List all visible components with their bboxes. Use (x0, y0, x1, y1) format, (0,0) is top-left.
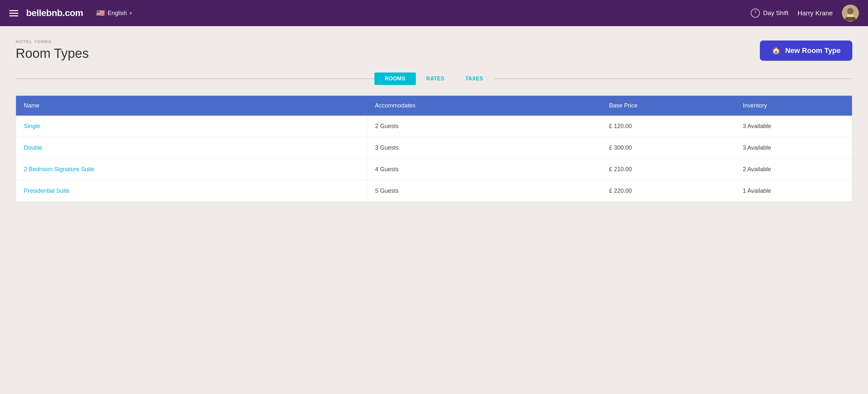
room-accommodates: 4 Guests (367, 159, 601, 180)
hamburger-menu[interactable] (9, 10, 18, 16)
app-logo: bellebnb.com (26, 8, 83, 18)
page-title-area: HOTEL YORBA Room Types (16, 39, 89, 61)
room-type-name[interactable]: 2 Bedroom Signature Suite (16, 159, 367, 180)
room-base-price: £ 120.00 (601, 116, 735, 137)
table-row: Double 3 Guests £ 300.00 3 Available (16, 137, 852, 159)
room-accommodates: 2 Guests (367, 116, 601, 137)
main-content: HOTEL YORBA Room Types 🏠 New Room Type R… (0, 26, 868, 215)
language-selector[interactable]: 🇺🇸 English ▾ (96, 9, 132, 17)
room-base-price: £ 300.00 (601, 137, 735, 159)
tabs-group: ROOMS RATES TAXES (374, 72, 494, 85)
home-icon: 🏠 (772, 47, 780, 55)
svg-rect-2 (847, 14, 854, 17)
room-base-price: £ 220.00 (601, 180, 735, 202)
tab-rooms[interactable]: ROOMS (374, 72, 416, 85)
shift-icon (751, 8, 760, 18)
header-right: Day Shift Harry Krane (751, 5, 859, 22)
room-type-name[interactable]: Single (16, 116, 367, 137)
user-name: Harry Krane (798, 9, 833, 17)
hotel-name: HOTEL YORBA (16, 39, 89, 44)
shift-label: Day Shift (763, 9, 788, 17)
room-inventory: 1 Available (735, 180, 852, 202)
new-room-btn-label: New Room Type (785, 47, 841, 55)
room-types-table: Name Accommodates Base Price Inventory S… (16, 96, 852, 202)
header-left: bellebnb.com 🇺🇸 English ▾ (9, 8, 132, 18)
tabs-row: ROOMS RATES TAXES (16, 72, 852, 85)
col-header-inventory: Inventory (735, 96, 852, 116)
tab-rates[interactable]: RATES (416, 72, 455, 85)
tab-taxes[interactable]: TAXES (455, 72, 494, 85)
shift-indicator: Day Shift (751, 8, 788, 18)
tabs-right-line (494, 79, 852, 79)
app-header: bellebnb.com 🇺🇸 English ▾ Day Shift Harr… (0, 0, 868, 26)
table-row: Single 2 Guests £ 120.00 3 Available (16, 116, 852, 137)
room-base-price: £ 210.00 (601, 159, 735, 180)
language-label: English (107, 10, 127, 17)
page-header: HOTEL YORBA Room Types 🏠 New Room Type (16, 39, 852, 61)
room-accommodates: 5 Guests (367, 180, 601, 202)
table-header-row: Name Accommodates Base Price Inventory (16, 96, 852, 116)
avatar[interactable] (842, 5, 859, 22)
col-header-name: Name (16, 96, 367, 116)
tabs-left-line (16, 79, 374, 79)
room-types-table-container: Name Accommodates Base Price Inventory S… (16, 95, 852, 202)
room-type-name[interactable]: Presidential Suite (16, 180, 367, 202)
new-room-type-button[interactable]: 🏠 New Room Type (760, 40, 852, 61)
col-header-price: Base Price (601, 96, 735, 116)
flag-icon: 🇺🇸 (96, 9, 105, 17)
room-inventory: 3 Available (735, 137, 852, 159)
chevron-down-icon: ▾ (130, 11, 132, 16)
table-row: 2 Bedroom Signature Suite 4 Guests £ 210… (16, 159, 852, 180)
room-type-name[interactable]: Double (16, 137, 367, 159)
col-header-accommodates: Accommodates (367, 96, 601, 116)
svg-point-1 (847, 8, 854, 14)
room-inventory: 3 Available (735, 116, 852, 137)
room-inventory: 2 Available (735, 159, 852, 180)
page-title: Room Types (16, 46, 89, 61)
room-accommodates: 3 Guests (367, 137, 601, 159)
table-row: Presidential Suite 5 Guests £ 220.00 1 A… (16, 180, 852, 202)
